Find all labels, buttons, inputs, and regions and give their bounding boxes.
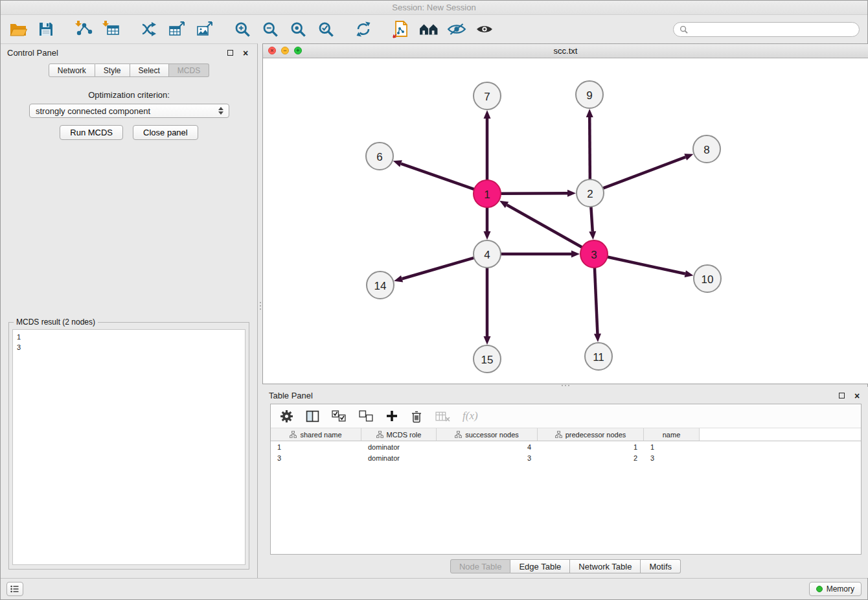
delete-table-icon[interactable] — [435, 408, 450, 424]
tab-motifs[interactable]: Motifs — [641, 559, 681, 573]
graph-node-8[interactable]: 8 — [693, 135, 720, 163]
graph-node-3[interactable]: 3 — [580, 240, 608, 268]
select-all-columns-icon[interactable] — [332, 408, 347, 424]
zoom-in-icon[interactable] — [233, 19, 252, 39]
graph-node-15[interactable]: 15 — [474, 345, 501, 373]
column-header-mcds-role[interactable]: MCDS role — [361, 428, 437, 441]
control-panel-close-button[interactable]: × — [240, 48, 251, 58]
table-panel-close-button[interactable]: × — [852, 391, 862, 401]
cell-mcds-role[interactable]: dominator — [361, 443, 437, 451]
deselect-all-columns-icon[interactable] — [359, 408, 374, 424]
tab-style[interactable]: Style — [95, 63, 130, 77]
toolbar-group-import — [74, 19, 121, 39]
task-history-button[interactable] — [6, 582, 23, 596]
vertical-splitter-handle[interactable] — [258, 300, 262, 312]
delete-row-icon[interactable] — [410, 408, 423, 424]
graph-node-9[interactable]: 9 — [576, 81, 603, 108]
cell-predecessor-nodes[interactable]: 1 — [538, 443, 644, 451]
control-panel: Control Panel × Network Style Select MCD… — [1, 43, 258, 578]
graph-node-4[interactable]: 4 — [474, 240, 501, 268]
table-row[interactable]: 1 dominator 4 1 1 — [271, 441, 861, 452]
graph-edge-4-14[interactable] — [394, 258, 474, 283]
cell-successor-nodes[interactable]: 4 — [437, 443, 538, 451]
show-columns-icon[interactable] — [306, 408, 319, 424]
mcds-result-title: MCDS result (2 nodes) — [14, 317, 98, 327]
graph-node-11[interactable]: 11 — [585, 343, 612, 370]
graph-edge-1-7[interactable] — [484, 110, 491, 180]
zoom-fit-icon[interactable] — [288, 19, 308, 39]
column-header-predecessor-nodes[interactable]: predecessor nodes — [538, 428, 644, 441]
criterion-dropdown[interactable]: strongly connected component — [29, 104, 229, 118]
new-network-file-icon[interactable] — [391, 19, 411, 39]
show-graphics-icon[interactable] — [475, 19, 494, 39]
cell-mcds-role[interactable]: dominator — [361, 454, 437, 462]
mcds-result-list[interactable]: 1 3 — [12, 329, 246, 565]
graph-edge-4-15[interactable] — [484, 268, 491, 345]
add-row-icon[interactable] — [386, 408, 398, 424]
table-header-filler — [700, 428, 861, 441]
cell-name[interactable]: 3 — [644, 454, 700, 462]
tab-mcds[interactable]: MCDS — [169, 63, 209, 77]
network-window-title: scc.txt — [554, 46, 578, 56]
table-panel-title: Table Panel — [269, 391, 313, 400]
column-type-icon — [555, 431, 562, 438]
maximize-window-icon[interactable]: + — [294, 47, 302, 54]
tab-select[interactable]: Select — [130, 63, 169, 77]
cell-successor-nodes[interactable]: 3 — [437, 454, 538, 462]
column-header-shared-name[interactable]: shared name — [271, 428, 361, 441]
graph-edge-2-8[interactable] — [603, 154, 694, 188]
control-panel-float-button[interactable] — [225, 48, 235, 58]
tab-edge-table[interactable]: Edge Table — [510, 559, 570, 573]
search-box[interactable] — [673, 22, 860, 37]
import-table-icon[interactable] — [102, 19, 121, 39]
minimize-window-icon[interactable]: − — [281, 47, 289, 54]
export-image-icon[interactable] — [195, 19, 214, 39]
graph-edge-2-3[interactable] — [589, 207, 596, 240]
table-settings-gear-icon[interactable] — [280, 408, 293, 424]
tab-node-table[interactable]: Node Table — [450, 559, 511, 573]
zoom-out-icon[interactable] — [260, 19, 280, 39]
graph-edge-2-9[interactable] — [586, 109, 593, 179]
close-window-icon[interactable]: × — [268, 47, 276, 54]
cell-predecessor-nodes[interactable]: 2 — [538, 454, 644, 462]
graph-node-2[interactable]: 2 — [577, 179, 604, 207]
column-header-successor-nodes[interactable]: successor nodes — [437, 428, 538, 441]
import-network-icon[interactable] — [74, 19, 93, 39]
graph-edge-4-3[interactable] — [501, 251, 580, 258]
export-table-icon[interactable] — [167, 19, 187, 39]
graph-node-1[interactable]: 1 — [474, 180, 501, 207]
table-panel-float-button[interactable] — [836, 391, 847, 401]
graph-edge-3-1[interactable] — [499, 201, 582, 248]
graph-edge-3-11[interactable] — [594, 268, 601, 342]
graph-edge-1-2[interactable] — [501, 190, 576, 197]
tab-network-table[interactable]: Network Table — [570, 559, 641, 573]
save-session-icon[interactable] — [36, 19, 56, 39]
main-toolbar — [1, 15, 867, 43]
network-graph[interactable]: 7968124314101511 — [263, 58, 868, 384]
graph-edge-3-10[interactable] — [608, 257, 694, 277]
graph-node-6[interactable]: 6 — [366, 143, 393, 170]
open-session-icon[interactable] — [8, 19, 28, 39]
tab-network[interactable]: Network — [49, 63, 95, 77]
graph-node-10[interactable]: 10 — [694, 265, 721, 292]
first-neighbors-icon[interactable] — [419, 19, 439, 39]
hide-graphics-icon[interactable] — [447, 19, 466, 39]
close-panel-button[interactable]: Close panel — [133, 125, 198, 140]
refresh-layout-icon[interactable] — [354, 19, 373, 39]
zoom-selected-icon[interactable] — [316, 19, 336, 39]
search-input[interactable] — [691, 25, 853, 34]
graph-edge-1-6[interactable] — [393, 160, 474, 189]
cell-shared-name[interactable]: 1 — [271, 443, 361, 451]
column-header-name[interactable]: name — [644, 428, 700, 441]
cell-name[interactable]: 1 — [644, 443, 700, 451]
toolbar-group-session — [8, 19, 56, 39]
run-mcds-button[interactable]: Run MCDS — [60, 125, 123, 140]
graph-node-14[interactable]: 14 — [367, 271, 394, 299]
shuffle-arrows-icon[interactable] — [139, 19, 159, 39]
apply-function-icon[interactable]: f(x) — [463, 408, 478, 424]
graph-edge-1-4[interactable] — [484, 207, 491, 240]
cell-shared-name[interactable]: 3 — [271, 454, 361, 462]
table-row[interactable]: 3 dominator 3 2 3 — [271, 452, 861, 463]
memory-button[interactable]: Memory — [809, 582, 862, 596]
graph-node-7[interactable]: 7 — [474, 82, 501, 110]
